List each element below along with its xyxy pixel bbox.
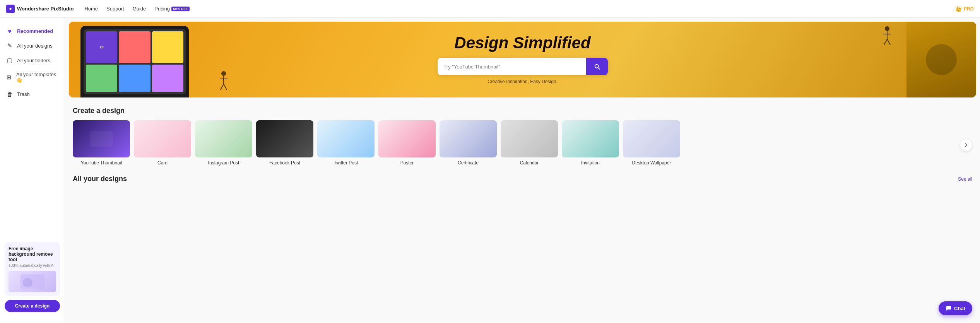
- hero-banner: 20: [69, 22, 976, 97]
- design-card-facebook[interactable]: Facebook Post: [256, 120, 313, 166]
- create-design-section: Create a design YouTube Thumbnail Card: [65, 101, 980, 169]
- design-card-image-poster: [378, 120, 436, 157]
- design-card-desktop[interactable]: Desktop Wallpaper: [623, 120, 680, 166]
- nav-guide[interactable]: Guide: [133, 6, 146, 12]
- hero-subtitle: Creative Inspiration, Easy Design.: [438, 79, 608, 84]
- svg-point-3: [21, 286, 34, 291]
- design-card-label-card: Card: [134, 160, 191, 166]
- all-designs-header: All your designs See all: [73, 175, 972, 183]
- nav-links: Home Support Guide Pricing 60% OFF: [84, 6, 189, 12]
- hero-search-button[interactable]: [586, 58, 608, 75]
- design-card-instagram[interactable]: Instagram Post: [195, 120, 252, 166]
- design-card-image-certificate: [440, 120, 497, 157]
- hero-center: Design Simplified Creative Inspiration, …: [438, 35, 608, 84]
- layout: ♥ Recommended ✎ All your designs ▢ All y…: [0, 18, 980, 323]
- template-icon: ⊞: [6, 74, 12, 81]
- bg-remove-image: [9, 271, 56, 292]
- design-card-image-card: [134, 120, 191, 157]
- nav-support[interactable]: Support: [106, 6, 124, 12]
- hero-character-right: [879, 26, 895, 49]
- sidebar-item-label: All your designs: [17, 43, 53, 49]
- design-card-calendar[interactable]: Calendar: [501, 120, 558, 166]
- see-all-link[interactable]: See all: [958, 176, 972, 182]
- sidebar-item-label: Trash: [17, 91, 30, 97]
- main-content: 20: [65, 18, 980, 323]
- design-card-label-facebook: Facebook Post: [256, 160, 313, 166]
- sidebar-bottom: Free image background remove tool 100% a…: [0, 238, 65, 317]
- bg-remove-subtitle: 100% automatically with AI: [9, 263, 56, 268]
- design-card-image-youtube: [73, 120, 130, 157]
- design-card-certificate[interactable]: Certificate: [440, 120, 497, 166]
- crown-icon: 👑: [955, 6, 962, 12]
- hero-title: Design Simplified: [438, 35, 608, 51]
- design-card-image-instagram: [195, 120, 252, 157]
- brand[interactable]: Wondershare PixStudio: [6, 5, 74, 13]
- sidebar-item-label: All your templates 👋: [16, 72, 58, 83]
- design-card-invitation[interactable]: Invitation: [562, 120, 619, 166]
- trash-icon: 🗑: [6, 91, 13, 97]
- heart-icon: ♥: [6, 28, 13, 34]
- hero-search-input[interactable]: [438, 64, 586, 70]
- design-card-label-twitter: Twitter Post: [317, 160, 375, 166]
- topnav: Wondershare PixStudio Home Support Guide…: [0, 0, 980, 18]
- nav-pricing[interactable]: Pricing: [154, 6, 170, 12]
- sidebar-item-recommended[interactable]: ♥ Recommended: [0, 24, 65, 38]
- design-card-label-youtube: YouTube Thumbnail: [73, 160, 130, 166]
- design-card-label-desktop: Desktop Wallpaper: [623, 160, 680, 166]
- hero-right-decoration: [906, 22, 976, 97]
- svg-point-2: [23, 278, 32, 287]
- design-cards-list: YouTube Thumbnail Card Instagram Post Fa…: [73, 120, 972, 169]
- hero-left-decoration: 20: [73, 22, 197, 97]
- sidebar-item-trash[interactable]: 🗑 Trash: [0, 87, 65, 101]
- carousel-next-button[interactable]: [960, 139, 972, 151]
- svg-point-4: [221, 71, 226, 76]
- design-card-image-calendar: [501, 120, 558, 157]
- sidebar-item-label: All your folders: [17, 58, 50, 63]
- bg-remove-title: Free image background remove tool: [9, 246, 56, 262]
- design-card-label-instagram: Instagram Post: [195, 160, 252, 166]
- sidebar-item-all-designs[interactable]: ✎ All your designs: [0, 38, 65, 53]
- design-card-label-certificate: Certificate: [440, 160, 497, 166]
- svg-line-12: [884, 39, 887, 45]
- chevron-right-icon: [964, 143, 968, 147]
- design-card-image-facebook: [256, 120, 313, 157]
- svg-line-7: [221, 84, 224, 90]
- design-card-image-invitation: [562, 120, 619, 157]
- sidebar-item-all-templates[interactable]: ⊞ All your templates 👋: [0, 68, 65, 87]
- design-card-image-desktop: [623, 120, 680, 157]
- brand-name: Wondershare PixStudio: [17, 6, 74, 12]
- svg-line-8: [224, 84, 227, 90]
- design-cards-carousel: YouTube Thumbnail Card Instagram Post Fa…: [73, 120, 972, 169]
- svg-line-13: [887, 39, 890, 45]
- all-designs-section: All your designs See all: [65, 169, 980, 183]
- create-design-button[interactable]: Create a design: [5, 300, 60, 312]
- search-icon: [593, 63, 600, 70]
- design-card-card[interactable]: Card: [134, 120, 191, 166]
- hero-search-bar: [438, 58, 608, 75]
- all-designs-title: All your designs: [73, 175, 127, 183]
- design-card-poster[interactable]: Poster: [378, 120, 436, 166]
- chat-label: Chat: [954, 306, 965, 311]
- design-card-label-invitation: Invitation: [562, 160, 619, 166]
- hero-character-left: [216, 70, 231, 94]
- design-card-image-twitter: [317, 120, 375, 157]
- svg-rect-14: [90, 131, 113, 147]
- pro-badge: 👑 PRO: [955, 6, 974, 12]
- pro-label: PRO: [964, 6, 974, 12]
- chat-button[interactable]: Chat: [939, 301, 972, 315]
- topnav-right: 👑 PRO: [955, 6, 974, 12]
- design-card-label-calendar: Calendar: [501, 160, 558, 166]
- pencil-icon: ✎: [6, 42, 13, 49]
- design-card-youtube[interactable]: YouTube Thumbnail: [73, 120, 130, 166]
- create-design-title: Create a design: [73, 107, 972, 115]
- logo-icon: [6, 5, 15, 13]
- bg-remove-card: Free image background remove tool 100% a…: [5, 242, 60, 296]
- pricing-badge: 60% OFF: [171, 7, 190, 11]
- design-card-label-poster: Poster: [378, 160, 436, 166]
- chat-icon: [946, 305, 952, 311]
- design-card-twitter[interactable]: Twitter Post: [317, 120, 375, 166]
- nav-home[interactable]: Home: [84, 6, 98, 12]
- svg-point-9: [885, 26, 889, 31]
- sidebar-item-all-folders[interactable]: ▢ All your folders: [0, 53, 65, 68]
- sidebar: ♥ Recommended ✎ All your designs ▢ All y…: [0, 18, 65, 323]
